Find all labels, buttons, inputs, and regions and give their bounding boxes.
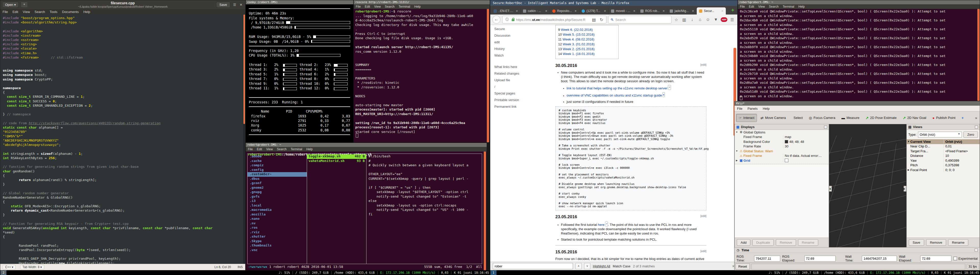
expander-icon[interactable]: ▼ — [735, 150, 739, 152]
menu-item[interactable]: File — [354, 5, 363, 8]
panel-button[interactable]: Remove — [776, 239, 796, 246]
menu-item[interactable]: View — [21, 9, 32, 14]
tool-button[interactable]: ☞ Interact — [736, 114, 757, 122]
tab-close-icon[interactable]: ✕ — [692, 9, 694, 13]
browser-tab[interactable]: jade/Mig... ✕ — [667, 7, 697, 14]
terminal-titlebar[interactable]: robert@robert-IMS: ~ — [738, 0, 980, 4]
reader-mode-icon[interactable]: ▤ — [591, 17, 597, 22]
directory-item[interactable]: .compiz — [248, 163, 307, 168]
toc-entry[interactable]: 13 Week 2. (25.01.2016) — [558, 47, 616, 51]
directory-item[interactable]: .Skype — [248, 239, 307, 244]
menu-item[interactable]: Tools — [48, 9, 60, 14]
expander-icon[interactable]: ▼ — [735, 131, 739, 133]
directory-item[interactable]: .ros — [248, 226, 307, 230]
sidebar-link[interactable]: Related changes — [494, 71, 552, 75]
sidebar-link[interactable]: Printable version — [494, 98, 552, 102]
browser-tab[interactable]: ROS rob... ✕ — [638, 7, 667, 14]
menu-item[interactable]: Help — [760, 107, 772, 111]
shield-addon-icon[interactable]: ▼ — [713, 17, 719, 22]
directory-item[interactable]: .cache — [248, 159, 307, 163]
tab-close-icon[interactable]: ✕ — [574, 9, 577, 13]
panel-float-icon[interactable] — [824, 125, 827, 129]
menu-item[interactable]: Documents — [60, 9, 81, 14]
toc-entry[interactable]: 14 Week 1. (18.01.2016) — [558, 52, 616, 56]
browser-tab[interactable]: Secur... ✕ — [697, 7, 726, 14]
zero-button[interactable]: Zero — [963, 131, 978, 138]
new-tab-button[interactable]: + — [729, 7, 736, 13]
collapse-right-icon[interactable]: ▸ — [904, 186, 906, 191]
tab-close-icon[interactable]: ✕ — [545, 9, 547, 13]
ros-elapsed-field[interactable] — [804, 256, 835, 261]
edit-link[interactable]: [edit] — [700, 250, 706, 254]
reset-button[interactable]: Reset — [735, 264, 750, 269]
menu-item[interactable]: Terminal — [289, 147, 304, 151]
panel-button[interactable]: Rename — [798, 239, 818, 246]
gedit-scrollbar-thumb[interactable] — [243, 14, 245, 124]
sidebar-link[interactable]: Discussion — [494, 33, 552, 38]
directory-item[interactable]: .thumbnails — [248, 243, 307, 248]
info-icon[interactable]: ⓘ — [504, 17, 510, 22]
edit-link[interactable]: [edit] — [700, 214, 706, 220]
browser-tab[interactable]: Reposito... ✕ — [550, 7, 579, 14]
ranger-parent-pane[interactable]: .adobe.cache.compiz.config.customScr~.db… — [248, 154, 307, 264]
menu-item[interactable]: Help — [412, 5, 423, 8]
find-previous-button[interactable]: ∧ — [576, 263, 582, 269]
view-property-row[interactable]: Pitch 0,375398 — [907, 163, 980, 168]
sidebar-link[interactable]: edit — [494, 40, 552, 44]
ranger-file-pane[interactable]: toggle-xkbmap.sh462 BvahetaMonitorid.sh9… — [307, 154, 366, 264]
panel-button[interactable]: Remove — [926, 239, 946, 246]
sidebar-link[interactable]: History — [494, 47, 552, 51]
wall-elapsed-field[interactable] — [920, 256, 951, 261]
toc-entry[interactable]: 11 Week 4. (08.02.2016) — [558, 38, 616, 41]
menu-item[interactable]: View — [372, 5, 383, 8]
view-property-row[interactable]: ▶ Focal Point 0; 0; 0 — [907, 168, 980, 172]
menu-item[interactable]: File — [738, 5, 747, 8]
directory-item[interactable]: .vnc — [248, 248, 307, 253]
directory-item[interactable]: .gvfs — [248, 194, 307, 199]
sidebar-link[interactable]: What links here — [494, 65, 552, 69]
sidebar-link[interactable]: Permanent link — [494, 105, 552, 109]
gedit-menu-icon[interactable]: ☰ — [232, 3, 237, 6]
menu-item[interactable]: Help — [796, 5, 807, 8]
sidebar-link[interactable]: Upload file — [494, 78, 552, 82]
find-next-button[interactable]: ∨ — [584, 263, 590, 269]
directory-item[interactable]: .gnome2 — [248, 186, 307, 190]
workspace-button[interactable]: 2 — [0, 270, 6, 275]
display-property-row[interactable]: Background Color 48; 48; 48 — [735, 139, 829, 144]
directory-item[interactable]: .i3 — [248, 199, 307, 204]
downloads-icon[interactable]: ↓ — [689, 17, 695, 22]
3d-viewport[interactable]: ◂ ▸ — [829, 124, 907, 248]
panel-float-icon[interactable] — [975, 125, 978, 129]
tool-button[interactable]: ⇄ Move Camera — [758, 114, 788, 122]
sidebar-link[interactable]: Special pages — [494, 92, 552, 95]
expander-icon[interactable]: ▼ — [907, 140, 910, 143]
conky-titlebar[interactable]: conky (robert-IMS) — [246, 0, 353, 4]
new-document-button[interactable]: + — [21, 2, 28, 8]
expander-icon[interactable]: ▶ — [907, 169, 910, 171]
menu-item[interactable]: Edit — [747, 5, 756, 8]
collapse-left-icon[interactable]: ◂ — [829, 186, 832, 191]
tab-close-icon[interactable]: ✕ — [721, 9, 724, 13]
roscore-output[interactable]: robert@robert-IMS:~$ roscore... logging … — [354, 9, 490, 142]
tool-button[interactable]: ▬ Measure — [839, 114, 862, 122]
gedit-code-area[interactable]: #include "boost/program_options.hpp"#inc… — [0, 14, 243, 264]
menu-item[interactable]: View — [264, 147, 275, 151]
toc-entry[interactable]: 12 Week 3. (01.02.2016) — [558, 42, 616, 46]
display-property-row[interactable]: ▼ ⚙ Global Options — [735, 130, 829, 135]
directory-item[interactable]: .adobe — [248, 154, 307, 159]
ranger-titlebar[interactable]: robert@robert-IMS: ~ — [246, 143, 487, 147]
menu-item[interactable]: File — [246, 147, 255, 151]
view-property-row[interactable]: Yaw 0,490399 — [907, 158, 980, 163]
bookmark-star-icon[interactable]: ☆ — [673, 17, 679, 22]
terminal-scrollbar[interactable] — [484, 152, 486, 270]
display-property-row[interactable]: ⚠ Fixed Frame No tf data. Actual error:.… — [735, 153, 829, 158]
match-case-button[interactable]: Match Case — [613, 264, 630, 268]
tool-button[interactable]: ◎ Focus Camera — [806, 114, 838, 122]
gedit-scrollbar[interactable] — [243, 14, 245, 264]
ros-time-field[interactable] — [754, 256, 780, 261]
sidebar-link[interactable]: / — [494, 85, 552, 89]
menu-item[interactable]: File — [0, 9, 10, 14]
menu-item[interactable]: Search — [767, 5, 781, 8]
highlight-all-button[interactable]: Highlight All — [593, 264, 610, 268]
display-property-row[interactable]: Frame Rate 30 — [735, 144, 829, 149]
